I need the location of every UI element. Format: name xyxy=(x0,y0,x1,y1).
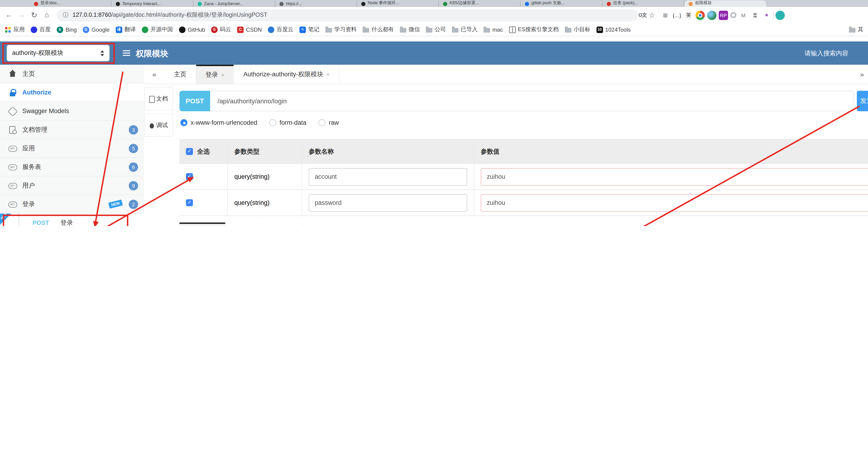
nav-icon[interactable]: ← xyxy=(3,11,16,20)
bookmark-item[interactable]: ES搜索引擎文档 xyxy=(509,26,559,33)
module-select[interactable]: authority-权限模块 xyxy=(6,45,110,61)
nav-icons: ←→↻⌂ xyxy=(3,11,53,20)
param-name-input[interactable]: password xyxy=(309,194,467,211)
sidebar-item[interactable]: 服务表 6 xyxy=(0,158,144,176)
content-tab[interactable]: 登录 × xyxy=(196,65,234,84)
send-button[interactable]: 发送 xyxy=(857,91,868,111)
expand-tabs-icon[interactable]: » xyxy=(856,65,868,84)
sidebar-item[interactable]: Swagger Models xyxy=(0,102,144,120)
bookmark-item[interactable]: GitHub xyxy=(179,26,205,33)
endpoint-path[interactable]: /api/authority/anno/login xyxy=(210,91,854,111)
extension-icon[interactable]: RP xyxy=(719,10,728,20)
bookmark-item[interactable]: 其 xyxy=(849,26,863,33)
bookmark-item[interactable]: C CSDN xyxy=(237,26,262,33)
extension-icon[interactable] xyxy=(707,10,716,20)
bookmark-item[interactable]: 10 1024Tools xyxy=(596,26,631,33)
extension-icon[interactable]: ∗ xyxy=(762,10,771,20)
response-tab[interactable]: 响应内容 xyxy=(180,223,225,226)
select-spinner-icon xyxy=(100,50,104,56)
profile-avatar[interactable] xyxy=(775,10,785,20)
bookmark-item[interactable]: 学习资料 xyxy=(326,26,356,33)
bookmark-item[interactable]: ✎ 笔记 xyxy=(300,26,319,33)
translate-icon[interactable]: G文 xyxy=(638,12,647,19)
bookmark-item[interactable]: 开源中国 xyxy=(142,26,173,33)
browser-tab[interactable]: K8S/边缘部署... xyxy=(439,0,521,7)
browser-tab[interactable]: Node 事件循环... xyxy=(357,0,439,7)
bookmark-item[interactable]: b Bing xyxy=(57,26,77,33)
bookmark-item[interactable]: 小目标 xyxy=(565,26,590,33)
row-checkbox[interactable] xyxy=(186,199,193,206)
extension-icon[interactable] xyxy=(731,12,737,18)
bookmark-item[interactable]: 微信 xyxy=(400,26,420,33)
bookmark-item[interactable]: G Google xyxy=(83,26,110,33)
bookmark-item[interactable]: 百度 xyxy=(31,26,51,33)
bookmark-item[interactable]: 百度云 xyxy=(268,26,293,33)
new-badge: NEW xyxy=(108,199,123,208)
browser-tab[interactable]: Temporary Interact... xyxy=(112,0,193,7)
extension-icon[interactable]: ▦ xyxy=(661,10,670,20)
nav-icon[interactable]: ↻ xyxy=(28,11,40,20)
browser-tab[interactable]: 权限模块 xyxy=(684,0,766,7)
close-tab-icon[interactable]: × xyxy=(327,72,330,77)
param-name-input[interactable]: account xyxy=(309,168,467,186)
collapse-sidebar-icon[interactable]: « xyxy=(144,65,164,84)
body-mode-option[interactable]: form-data xyxy=(270,119,307,126)
browser-tab[interactable]: 登录/doc... xyxy=(30,0,112,7)
bookmark-icon xyxy=(142,26,148,33)
search-input[interactable]: 请输入搜索内容 xyxy=(805,49,848,58)
browser-tab[interactable]: Zana - JumpServer... xyxy=(193,0,275,7)
bookmark-item[interactable]: 应用 xyxy=(5,26,25,33)
view-tab-label: 调试 xyxy=(156,121,168,129)
sidebar-item[interactable]: 文档管理 3 xyxy=(0,120,144,139)
param-value-input[interactable]: zuihou xyxy=(481,194,868,211)
param-value-input[interactable]: zuihou xyxy=(481,168,868,186)
nav-icon[interactable]: ⌂ xyxy=(40,11,53,20)
view-tab[interactable]: 文档 xyxy=(144,87,173,110)
sidebar-item[interactable]: NEW POST 登录 xyxy=(0,214,144,226)
extension-icon[interactable]: Git zip xyxy=(750,10,760,20)
response-tab[interactable]: Curl xyxy=(304,223,336,226)
close-tab-icon[interactable]: × xyxy=(221,72,224,78)
browser-tab[interactable]: 任务 (pack)... xyxy=(602,0,684,7)
response-tab[interactable]: Raw xyxy=(225,223,259,226)
bookmark-item[interactable]: G 码云 xyxy=(211,26,231,33)
content-tab-bar: « 主页 登录 × Authorize-authority-权限模块 xyxy=(144,65,868,84)
browser-tab[interactable]: gitlab push 失败... xyxy=(521,0,602,7)
row-checkbox[interactable] xyxy=(186,173,193,180)
bookmark-item[interactable]: 什么都有 xyxy=(363,26,394,33)
extension-icon[interactable]: M xyxy=(739,10,748,20)
radio-icon[interactable] xyxy=(270,119,276,126)
url-host: 127.0.0.1:8760 xyxy=(72,12,111,18)
content-tab[interactable]: Authorize-authority-权限模块 × xyxy=(234,65,339,84)
sidebar-item[interactable]: 登录 NEW 2 xyxy=(0,195,144,214)
radio-icon[interactable] xyxy=(318,119,326,126)
sidebar-item[interactable]: 用户 9 xyxy=(0,176,144,195)
bookmark-item[interactable]: 译 翻译 xyxy=(116,26,135,33)
bookmark-star-icon[interactable]: ☆ xyxy=(647,11,656,19)
view-switch: 文档 调试 xyxy=(144,87,173,140)
view-tab[interactable]: 调试 xyxy=(144,114,173,137)
bookmark-item[interactable]: mac xyxy=(484,26,503,33)
menu-hamburger-icon[interactable] xyxy=(123,53,130,54)
bookmark-item[interactable]: 已导入 xyxy=(452,26,477,33)
browser-tab[interactable]: https://... xyxy=(275,0,357,7)
sidebar-item[interactable]: 应用 5 xyxy=(0,139,144,158)
body-mode-option[interactable]: raw xyxy=(318,119,339,126)
extension-icon[interactable] xyxy=(695,10,705,20)
content-tab[interactable]: 主页 xyxy=(164,65,196,84)
url-bar[interactable]: ⓘ 127.0.0.1:8760/api/gate/doc.html#/auth… xyxy=(57,9,638,21)
bookmark-item[interactable]: 公司 xyxy=(426,26,446,33)
radio-icon[interactable] xyxy=(180,119,187,126)
url-text: 127.0.0.1:8760/api/gate/doc.html#/author… xyxy=(72,11,267,19)
sidebar-item[interactable]: Authorize xyxy=(0,83,144,102)
extension-icon[interactable]: 英 xyxy=(684,10,693,20)
sidebar-item[interactable]: 主页 xyxy=(0,65,144,83)
nav-icon[interactable]: → xyxy=(16,11,28,20)
body-mode-option[interactable]: x-www-form-urlencoded xyxy=(180,119,257,126)
sidebar-item-icon xyxy=(8,200,17,208)
page-info-icon[interactable]: ⓘ xyxy=(63,11,68,19)
select-all-checkbox[interactable] xyxy=(186,148,193,155)
extension-icon[interactable]: {…} xyxy=(672,10,682,20)
tab-title: 权限模块 xyxy=(695,0,712,6)
response-tab[interactable]: Headers xyxy=(259,223,304,226)
